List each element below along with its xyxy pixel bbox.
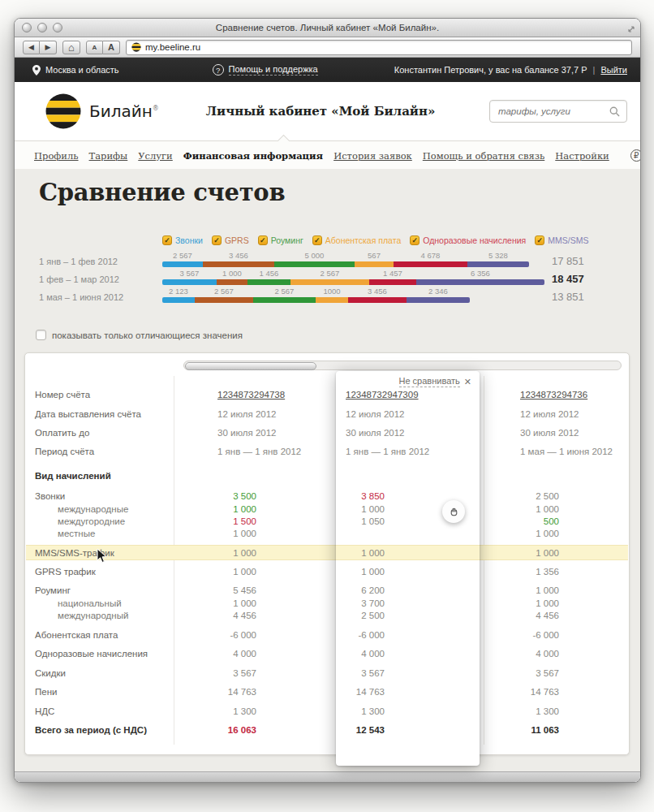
legend-checkbox-checked[interactable]: ✓ [258, 235, 268, 245]
resize-grip-icon[interactable] [627, 22, 635, 37]
nav-item-помощь-и-обратня-связь[interactable]: Помощь и обратня связь [423, 150, 544, 162]
bar-segment-роуминг[interactable]: 2 567 [253, 297, 316, 303]
legend-checkbox-checked[interactable]: ✓ [312, 235, 322, 245]
beeline-bee-icon [45, 93, 81, 129]
bar-segment-mms-sms[interactable]: 6 356 [416, 279, 544, 285]
row-label: НДС [35, 705, 54, 718]
nav-item-тарифы[interactable]: Тарифы [89, 150, 128, 162]
cell-value: 4 000 [159, 647, 256, 660]
chart-category-label: 1 мая – 1 июня 2012 [39, 289, 157, 305]
nav-item-профиль[interactable]: Профиль [34, 150, 79, 162]
search-box[interactable] [489, 100, 627, 123]
url-text: my.beeline.ru [145, 42, 200, 52]
bar-segment-абонентская-плата[interactable]: 567 [355, 261, 394, 267]
chart-row-total: 18 457 [552, 271, 625, 287]
region-selector[interactable]: Москва и область [32, 65, 119, 76]
legend-item[interactable]: ✓Роуминг [258, 235, 303, 245]
forward-button[interactable]: ▶ [40, 41, 57, 54]
topbar-separator: | [593, 65, 596, 75]
segment-value-label: 2 567 [214, 287, 234, 296]
legend-item[interactable]: ✓GPRS [212, 235, 249, 245]
minimize-window-button[interactable] [37, 23, 47, 32]
bar-segment-mms-sms[interactable]: 5 328 [467, 261, 529, 267]
cell-value: 14 763 [159, 685, 256, 698]
cell-value: 30 июля 2012 [346, 426, 385, 439]
comparison-card[interactable]: Не сравнивать ✕ 1234873294730912 июля 20… [336, 371, 480, 766]
legend-checkbox-checked[interactable]: ✓ [212, 235, 222, 245]
legend-item[interactable]: ✓Одноразовые начисления [410, 235, 526, 245]
font-larger-button[interactable]: A [103, 41, 120, 54]
stacked-bar: 2 5673 4565 0005674 6785 328 [162, 261, 529, 267]
bar-segment-одноразовые-начисления[interactable]: 1 457 [369, 279, 416, 285]
bar-segment-абонентская-плата[interactable]: 1000 [316, 297, 348, 303]
bar-segment-звонки[interactable]: 2 123 [162, 297, 195, 303]
bar-segment-роуминг[interactable]: 1 456 [247, 279, 290, 285]
nav-item-история-заявок[interactable]: История заявок [333, 150, 412, 162]
legend-label: Одноразовые начисления [423, 235, 526, 245]
bar-segment-одноразовые-начисления[interactable]: 3 456 [348, 297, 407, 303]
table-row: Звонки3 5002 500 [25, 490, 629, 503]
scrollbar-thumb[interactable] [185, 362, 316, 370]
bar-segment-gprs[interactable]: 3 456 [203, 261, 274, 267]
help-link[interactable]: ? Помощь и поддержка [213, 64, 318, 76]
font-big-icon: A [108, 42, 114, 52]
nav-item-настройки[interactable]: Настройки [555, 150, 609, 162]
horizontal-scrollbar[interactable] [183, 361, 622, 370]
cell-value: 30 июля 2012 [159, 426, 256, 439]
bar-segment-gprs[interactable]: 2 567 [195, 297, 253, 303]
legend-checkbox-checked[interactable]: ✓ [162, 235, 172, 245]
row-label: Одноразовые начисления [35, 647, 148, 660]
bar-segment-одноразовые-начисления[interactable]: 4 678 [394, 261, 467, 267]
nav-item-payment-methods[interactable]: ₽ Способы оплаты [630, 149, 641, 162]
row-label: международный [58, 609, 128, 622]
home-button[interactable]: ⌂ [62, 41, 80, 54]
bar-segment-gprs[interactable]: 1 000 [217, 279, 247, 285]
bar-segment-mms-sms[interactable]: 2 346 [407, 297, 470, 303]
search-input[interactable] [497, 106, 609, 117]
cabinet-title: Личный кабинет «Мой Билайн» [206, 104, 436, 119]
cell-value: 1 000 [346, 546, 385, 559]
card-row: 4 000 [336, 647, 480, 660]
legend-checkbox-checked[interactable]: ✓ [535, 235, 544, 245]
filter-checkbox[interactable] [36, 330, 46, 340]
legend-item[interactable]: ✓Звонки [162, 235, 203, 245]
nav-item-услуги[interactable]: Услуги [138, 150, 173, 162]
row-label: международные [58, 503, 128, 516]
back-button[interactable]: ◀ [23, 41, 40, 54]
card-row: 12 543 [336, 723, 480, 736]
cell-value: 16 063 [159, 723, 256, 736]
legend-item[interactable]: ✓MMS/SMS [535, 235, 588, 245]
bar-segment-абонентская-плата[interactable]: 2 567 [290, 279, 369, 285]
bar-segment-звонки[interactable]: 2 567 [162, 261, 203, 267]
legend-checkbox-checked[interactable]: ✓ [410, 235, 420, 245]
bar-segment-роуминг[interactable]: 5 000 [274, 261, 355, 267]
main-nav: ПрофильТарифыУслугиФинансовая информация… [15, 140, 640, 169]
site-header: Билайн® Личный кабинет «Мой Билайн» [15, 82, 640, 140]
card-row: 3 700 [336, 597, 480, 610]
dont-compare-link[interactable]: Не сравнивать [399, 376, 460, 387]
chart-category-label: 1 фев – 1 мар 2012 [39, 271, 157, 287]
logout-link[interactable]: Выйти [600, 65, 627, 75]
bar-segment-звонки[interactable]: 3 567 [162, 279, 217, 285]
beeline-logo[interactable]: Билайн® [45, 93, 159, 129]
brand-name: Билайн® [89, 102, 159, 121]
cell-value: 1 500 [159, 515, 256, 528]
row-label: GPRS трафик [35, 565, 96, 578]
cell-value: 1 300 [159, 705, 256, 718]
help-label: Помощь и поддержка [229, 64, 318, 76]
account-number-link[interactable]: 1234873294738 [159, 388, 256, 401]
address-bar[interactable]: my.beeline.ru [126, 40, 632, 55]
account-number-link[interactable]: 12348732947309 [346, 388, 385, 401]
legend-item[interactable]: ✓Абонентская плата [312, 235, 401, 245]
chart-legend: ✓Звонки✓GPRS✓Роуминг✓Абонентская плата✓О… [162, 235, 588, 245]
drag-handle[interactable] [442, 500, 465, 523]
zoom-window-button[interactable] [53, 23, 62, 32]
close-icon[interactable]: ✕ [464, 377, 471, 387]
nav-item-финансовая-информация[interactable]: Финансовая информация [183, 150, 323, 162]
close-window-button[interactable] [22, 23, 32, 32]
legend-label: Звонки [175, 235, 203, 245]
chart-row: 1 фев – 1 мар 20123 5671 0001 4562 5671 … [15, 271, 640, 287]
font-smaller-button[interactable]: A [86, 41, 103, 54]
segment-value-label: 3 456 [229, 251, 248, 260]
registered-mark: ® [153, 105, 159, 112]
